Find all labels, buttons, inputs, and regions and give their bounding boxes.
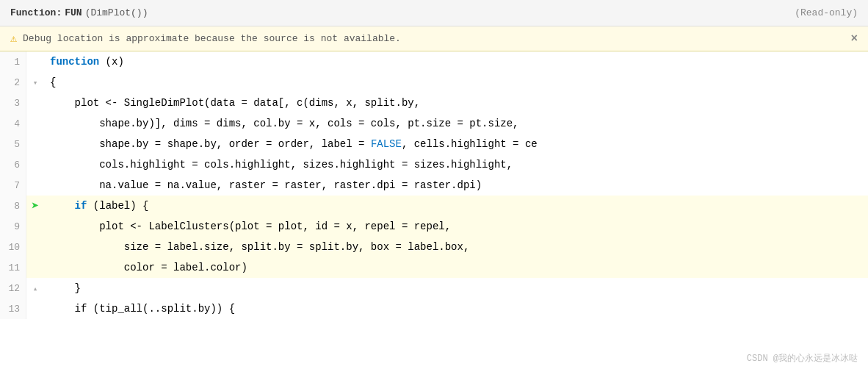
- code-token-normal: shape.by = shape.by, order = order, labe…: [50, 135, 371, 153]
- warning-icon: ⚠: [10, 32, 17, 46]
- line-number: 2: [0, 72, 26, 93]
- fold-icon[interactable]: ▾: [33, 78, 38, 87]
- line-number: 13: [0, 298, 26, 319]
- line-number: 1: [0, 51, 26, 72]
- code-line-content: {: [44, 72, 868, 93]
- arrow-gutter: [26, 93, 44, 113]
- arrow-gutter: [26, 154, 44, 175]
- code-row: 5 shape.by = shape.by, order = order, la…: [0, 134, 868, 154]
- fold-icon[interactable]: ▴: [33, 284, 38, 293]
- line-number: 3: [0, 93, 26, 113]
- arrow-gutter: [26, 175, 44, 196]
- code-token-normal: plot <- SingleDimPlot(data = data[, c(di…: [50, 94, 420, 112]
- code-token-bool-false: FALSE: [371, 135, 402, 153]
- header-function-label: Function:: [10, 7, 62, 18]
- code-token-normal: if (tip_all(..split.by)) {: [50, 300, 235, 318]
- arrow-gutter: [26, 257, 44, 278]
- arrow-gutter: [26, 216, 44, 237]
- code-token-normal: shape.by)], dims = dims, col.by = x, col…: [50, 115, 519, 132]
- code-line-content: }: [44, 278, 868, 298]
- debug-arrow-icon: ➤: [32, 198, 40, 214]
- code-token-normal: na.value = na.value, raster = raster, ra…: [50, 176, 482, 194]
- line-number: 5: [0, 134, 26, 154]
- code-row: 7 na.value = na.value, raster = raster, …: [0, 175, 868, 196]
- warning-bar: ⚠ Debug location is approximate because …: [0, 26, 868, 51]
- code-line-content: if (tip_all(..split.by)) {: [44, 298, 868, 319]
- line-number: 6: [0, 154, 26, 175]
- arrow-gutter: ▾: [26, 72, 44, 93]
- arrow-gutter: [26, 113, 44, 134]
- line-number: 11: [0, 257, 26, 278]
- code-row: 11 color = label.color): [0, 257, 868, 278]
- line-number: 8: [0, 196, 26, 216]
- line-number: 9: [0, 216, 26, 237]
- code-token-kw: if: [50, 197, 87, 215]
- code-line-content: plot <- LabelClusters(plot = plot, id = …: [44, 216, 868, 237]
- arrow-gutter: ➤: [26, 196, 44, 216]
- code-line-content: if (label) {: [44, 196, 868, 216]
- code-line-content: plot <- SingleDimPlot(data = data[, c(di…: [44, 93, 868, 113]
- arrow-gutter: [26, 134, 44, 154]
- arrow-gutter: ▴: [26, 278, 44, 298]
- header-fun: FUN: [65, 7, 82, 18]
- code-row: 9 plot <- LabelClusters(plot = plot, id …: [0, 216, 868, 237]
- code-token-normal: (label) {: [87, 197, 148, 215]
- code-row: 6 cols.highlight = cols.highlight, sizes…: [0, 154, 868, 175]
- line-number: 10: [0, 237, 26, 257]
- code-line-content: na.value = na.value, raster = raster, ra…: [44, 175, 868, 196]
- header-left: Function: FUN (DimPlot()): [10, 7, 148, 18]
- code-line-content: size = label.size, split.by = split.by, …: [44, 237, 868, 257]
- code-row: 13 if (tip_all(..split.by)) {: [0, 298, 868, 319]
- line-number: 12: [0, 278, 26, 298]
- code-token-normal: (x): [99, 53, 124, 71]
- code-token-normal: , cells.highlight = ce: [402, 135, 538, 153]
- code-line-content: shape.by)], dims = dims, col.by = x, col…: [44, 113, 868, 134]
- code-line-content: cols.highlight = cols.highlight, sizes.h…: [44, 154, 868, 175]
- code-row: 4 shape.by)], dims = dims, col.by = x, c…: [0, 113, 868, 134]
- warning-close-button[interactable]: ×: [850, 32, 858, 46]
- code-row: 2▾{: [0, 72, 868, 93]
- code-area: 1function (x)2▾{3 plot <- SingleDimPlot(…: [0, 51, 868, 369]
- warning-text: Debug location is approximate because th…: [23, 33, 401, 44]
- code-token-normal: cols.highlight = cols.highlight, sizes.h…: [50, 156, 513, 173]
- watermark: CSDN @我的心永远是冰冰哒: [747, 352, 858, 365]
- code-line-content: shape.by = shape.by, order = order, labe…: [44, 134, 868, 154]
- header-dimplot: (DimPlot()): [85, 7, 148, 18]
- line-number: 4: [0, 113, 26, 134]
- code-token-normal: size = label.size, split.by = split.by, …: [50, 238, 469, 256]
- line-number: 7: [0, 175, 26, 196]
- code-token-normal: {: [50, 74, 56, 91]
- warning-left: ⚠ Debug location is approximate because …: [10, 32, 401, 46]
- code-line-content: color = label.color): [44, 257, 868, 278]
- code-token-normal: }: [50, 279, 81, 297]
- code-token-kw: function: [50, 53, 99, 71]
- code-row: 1function (x): [0, 51, 868, 72]
- code-line-content: function (x): [44, 51, 868, 72]
- code-token-normal: color = label.color): [50, 259, 247, 276]
- arrow-gutter: [26, 298, 44, 319]
- code-token-normal: plot <- LabelClusters(plot = plot, id = …: [50, 218, 451, 235]
- code-row: 3 plot <- SingleDimPlot(data = data[, c(…: [0, 93, 868, 113]
- code-row: 8➤ if (label) {: [0, 196, 868, 216]
- header-readonly: (Read-only): [795, 7, 858, 18]
- arrow-gutter: [26, 51, 44, 72]
- code-row: 10 size = label.size, split.by = split.b…: [0, 237, 868, 257]
- arrow-gutter: [26, 237, 44, 257]
- header-bar: Function: FUN (DimPlot()) (Read-only): [0, 0, 868, 26]
- code-row: 12▴ }: [0, 278, 868, 298]
